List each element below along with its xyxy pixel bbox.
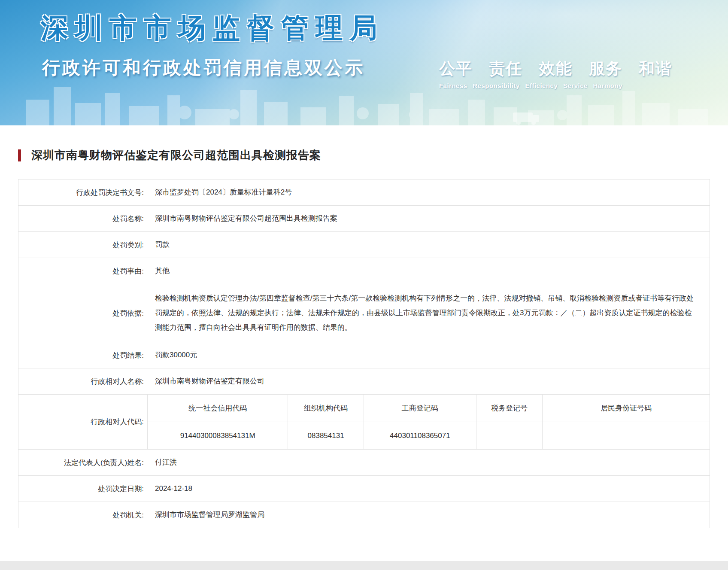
codes-value-tax-reg [476,422,543,449]
banner-slogans: 公平 责任 效能 服务 和谐 Fairness Responsibility E… [439,58,672,89]
row-label: 处罚决定日期: [18,484,147,494]
site-title: 深圳市市场监督管理局 [41,9,384,47]
site-subtitle: 行政许可和行政处罚信用信息双公示 [42,56,365,80]
page-footer-strip [0,561,728,570]
row-label: 行政处罚决定书文号: [18,188,147,198]
table-row-penalty-authority: 处罚机关: 深圳市市场监督管理局罗湖监管局 [18,502,710,528]
row-value: 深圳市市场监督管理局罗湖监管局 [147,503,710,527]
row-value: 2024-12-18 [147,477,710,501]
row-value: 其他 [147,259,710,283]
row-value: 深圳市南粤财物评估鉴定有限公司超范围出具检测报告案 [147,207,710,231]
table-row-party-name: 行政相对人名称: 深圳市南粤财物评估鉴定有限公司 [18,368,710,395]
codes-value-id-number [543,422,710,449]
table-row-penalty-name: 处罚名称: 深圳市南粤财物评估鉴定有限公司超范围出具检测报告案 [18,206,710,232]
row-label: 处罚依据: [18,308,147,318]
row-label: 行政相对人代码: [18,395,147,449]
row-label: 处罚事由: [18,266,147,276]
row-value: 检验检测机构资质认定管理办法/第四章监督检查/第三十六条/第一款检验检测机构有下… [147,284,710,342]
bottom-spacer [0,528,728,561]
codes-header-credit-code: 统一社会信用代码 [148,395,288,422]
table-row-party-codes: 行政相对人代码: 统一社会信用代码 组织机构代码 工商登记码 税务登记号 居民身… [18,395,710,450]
row-label: 处罚机关: [18,510,147,520]
row-value: 罚款 [147,233,710,257]
codes-header-tax-reg: 税务登记号 [476,395,543,422]
table-row-penalty-reason: 处罚事由: 其他 [18,258,710,284]
table-row-penalty-result: 处罚结果: 罚款30000元 [18,342,710,368]
table-row-penalty-type: 处罚类别: 罚款 [18,232,710,258]
slogan-english: Fairness Responsibility Efficiency Servi… [439,82,672,89]
table-row-decision-date: 处罚决定日期: 2024-12-18 [18,476,710,502]
row-value: 罚款30000元 [147,343,710,367]
content-area: 深圳市南粤财物评估鉴定有限公司超范围出具检测报告案 行政处罚决定书文号: 深市监… [0,148,728,528]
party-codes-header-row: 统一社会信用代码 组织机构代码 工商登记码 税务登记号 居民身份证号码 [148,395,710,422]
codes-header-id-number: 居民身份证号码 [543,395,710,422]
row-label: 法定代表人(负责人)姓名: [18,458,147,468]
page-title-section: 深圳市南粤财物评估鉴定有限公司超范围出具检测报告案 [18,148,710,163]
table-row-legal-representative: 法定代表人(负责人)姓名: 付江洪 [18,450,710,476]
slogan-chinese: 公平 责任 效能 服务 和谐 [439,58,672,79]
row-label: 行政相对人名称: [18,377,147,386]
codes-header-org-code: 组织机构代码 [288,395,364,422]
codes-value-org-code: 083854131 [288,422,364,449]
codes-value-credit-code: 91440300083854131M [148,422,288,449]
codes-value-business-reg: 440301108365071 [364,422,476,449]
party-codes-value-row: 91440300083854131M 083854131 44030110836… [148,422,710,449]
row-label: 处罚类别: [18,240,147,250]
row-value: 深市监罗处罚〔2024〕质量标准计量科2号 [147,180,710,204]
table-row-doc-number: 行政处罚决定书文号: 深市监罗处罚〔2024〕质量标准计量科2号 [18,179,710,206]
site-banner: 深圳市市场监督管理局 行政许可和行政处罚信用信息双公示 公平 责任 效能 服务 … [0,0,728,125]
penalty-info-table: 行政处罚决定书文号: 深市监罗处罚〔2024〕质量标准计量科2号 处罚名称: 深… [18,179,710,528]
page-title: 深圳市南粤财物评估鉴定有限公司超范围出具检测报告案 [31,148,321,163]
row-value: 付江洪 [147,450,710,475]
title-accent-bar [18,149,21,161]
codes-header-business-reg: 工商登记码 [364,395,476,422]
table-row-penalty-basis: 处罚依据: 检验检测机构资质认定管理办法/第四章监督检查/第三十六条/第一款检验… [18,284,710,342]
row-label: 处罚名称: [18,214,147,224]
party-codes-table: 统一社会信用代码 组织机构代码 工商登记码 税务登记号 居民身份证号码 9144… [147,395,710,449]
row-value: 深圳市南粤财物评估鉴定有限公司 [147,369,710,393]
row-label: 处罚结果: [18,350,147,360]
